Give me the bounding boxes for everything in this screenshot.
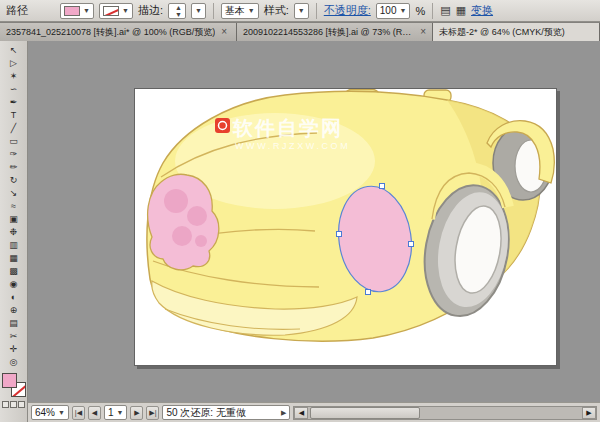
free-transform-tool[interactable]: ▣ <box>2 212 26 225</box>
scrollbar-track[interactable] <box>308 407 582 419</box>
tab-label: 2357841_025210078 [转换].ai* @ 100% (RGB/预… <box>6 26 215 39</box>
document-tab-bar: 2357841_025210078 [转换].ai* @ 100% (RGB/预… <box>0 22 600 41</box>
chevron-down-icon: ▼ <box>248 7 255 14</box>
scrollbar-thumb[interactable] <box>310 407 420 419</box>
gradient-mode-button[interactable] <box>10 401 17 408</box>
preferences-icon[interactable]: ▦ <box>456 4 466 17</box>
first-artboard-button[interactable]: |◀ <box>72 406 85 420</box>
headlight-shape <box>148 174 219 270</box>
fill-color-picker[interactable]: ▼ <box>60 3 94 19</box>
close-icon[interactable]: × <box>221 27 227 37</box>
graph-tool[interactable]: ▥ <box>2 238 26 251</box>
direct-selection-tool[interactable]: ▷ <box>2 56 26 69</box>
zoom-combo[interactable]: 64% ▼ <box>31 405 69 420</box>
fill-stroke-widget <box>2 373 26 397</box>
line-segment-tool[interactable]: ╱ <box>2 121 26 134</box>
headlight-spot <box>172 226 192 246</box>
chevron-down-icon: ▼ <box>298 7 305 14</box>
chevron-down-icon: ▼ <box>122 7 129 14</box>
fill-swatch <box>64 6 80 16</box>
document-setup-icon[interactable]: ▤ <box>440 4 450 17</box>
status-indicator[interactable]: 50 次还原: 无重做 ▶ <box>162 405 290 420</box>
artboard-number-combo[interactable]: 1 ▼ <box>104 405 128 420</box>
watermark-url: WWW.RJZXW.COM <box>235 141 350 151</box>
document-tab-1[interactable]: 2357841_025210078 [转换].ai* @ 100% (RGB/预… <box>0 23 237 41</box>
headlight-spot <box>195 235 207 247</box>
opacity-link[interactable]: 不透明度: <box>324 3 371 18</box>
symbol-sprayer-tool[interactable]: ❉ <box>2 225 26 238</box>
brush-definition-combo[interactable]: 基本 ▼ <box>221 3 259 19</box>
next-artboard-button[interactable]: ▶ <box>130 406 143 420</box>
stroke-color-picker[interactable]: ▼ <box>99 3 133 19</box>
chevron-down-icon: ▼ <box>58 409 65 416</box>
live-paint-bucket-tool[interactable]: ⊕ <box>2 303 26 316</box>
pen-tool[interactable]: ✒ <box>2 95 26 108</box>
undo-status-text: 50 次还原: 无重做 <box>166 406 245 420</box>
anchor-point-right[interactable] <box>409 242 414 247</box>
none-mode-button[interactable] <box>18 401 25 408</box>
lasso-tool[interactable]: ∽ <box>2 82 26 95</box>
stroke-profile-combo[interactable]: ▼ <box>191 3 206 19</box>
live-paint-selection-tool[interactable]: ▤ <box>2 316 26 329</box>
gradient-tool[interactable]: ▩ <box>2 264 26 277</box>
style-combo[interactable]: ▼ <box>294 3 309 19</box>
pencil-tool[interactable]: ✏ <box>2 160 26 173</box>
anchor-point-top[interactable] <box>380 184 385 189</box>
hand-tool[interactable]: ✛ <box>2 342 26 355</box>
horizontal-scrollbar[interactable]: ◀ ▶ <box>293 406 597 420</box>
zoom-tool[interactable]: ◎ <box>2 355 26 368</box>
control-bar: 路径 ▼ ▼ 描边: ▲▼ ▼ 基本 ▼ 样式: ▼ 不透明度: 100 <box>0 0 600 22</box>
document-tab-active[interactable]: 未标题-2* @ 64% (CMYK/预览) <box>433 23 600 41</box>
type-tool[interactable]: T <box>2 108 26 121</box>
tab-label: 未标题-2* @ 64% (CMYK/预览) <box>439 26 565 39</box>
chevron-down-icon: ▼ <box>400 7 407 14</box>
slice-tool[interactable]: ✂ <box>2 329 26 342</box>
rotate-tool[interactable]: ↻ <box>2 173 26 186</box>
tab-label: 2009102214553286 [转换].ai @ 73% (RGB/预览) <box>243 26 414 39</box>
anchor-point-bottom[interactable] <box>366 290 371 295</box>
opacity-combo[interactable]: 100 ▼ <box>376 3 411 19</box>
selection-type-label: 路径 <box>6 3 28 18</box>
chevron-down-icon: ▼ <box>117 409 124 416</box>
rectangle-tool[interactable]: ▭ <box>2 134 26 147</box>
watermark: 软件自学网 WWW.RJZXW.COM <box>215 117 350 151</box>
prev-artboard-button[interactable]: ◀ <box>88 406 101 420</box>
style-label: 样式: <box>264 3 289 18</box>
warp-tool[interactable]: ≈ <box>2 199 26 212</box>
opacity-value: 100 <box>380 5 397 16</box>
chevron-right-icon: ▶ <box>281 409 286 416</box>
artboard-number: 1 <box>108 407 114 418</box>
blend-tool[interactable]: ◐ <box>2 290 26 303</box>
chevron-down-icon: ▼ <box>83 7 90 14</box>
headlight-spot <box>187 206 207 226</box>
last-artboard-button[interactable]: ▶| <box>146 406 159 420</box>
close-icon[interactable]: × <box>420 27 426 37</box>
document-tab-2[interactable]: 2009102214553286 [转换].ai @ 73% (RGB/预览) … <box>237 23 433 41</box>
fill-color-swatch[interactable] <box>2 373 17 388</box>
canvas-area[interactable]: 软件自学网 WWW.RJZXW.COM <box>28 41 600 402</box>
paintbrush-tool[interactable]: ✑ <box>2 147 26 160</box>
scroll-left-button[interactable]: ◀ <box>294 407 308 419</box>
paint-mode-buttons <box>2 401 25 408</box>
magic-wand-tool[interactable]: ✶ <box>2 69 26 82</box>
stroke-weight-combo[interactable]: ▲▼ <box>168 3 186 19</box>
divider <box>432 3 433 19</box>
artboard[interactable]: 软件自学网 WWW.RJZXW.COM <box>134 88 557 366</box>
eyedropper-tool[interactable]: ◉ <box>2 277 26 290</box>
color-mode-button[interactable] <box>2 401 9 408</box>
divider <box>213 3 214 19</box>
selection-tool[interactable]: ↖ <box>2 43 26 56</box>
status-bar: 64% ▼ |◀ ◀ 1 ▼ ▶ ▶| 50 次还原: 无重做 ▶ ◀ ▶ <box>28 402 600 422</box>
mesh-tool[interactable]: ▦ <box>2 251 26 264</box>
headlight-spot <box>164 189 188 213</box>
scroll-right-button[interactable]: ▶ <box>582 407 596 419</box>
scale-tool[interactable]: ↘ <box>2 186 26 199</box>
transform-link[interactable]: 变换 <box>471 3 493 18</box>
watermark-title: 软件自学网 <box>232 117 343 139</box>
anchor-point-left[interactable] <box>337 232 342 237</box>
watermark-logo <box>215 118 230 133</box>
car-artwork: 软件自学网 WWW.RJZXW.COM <box>135 89 558 367</box>
chevron-down-icon: ▼ <box>195 7 202 14</box>
divider <box>316 3 317 19</box>
zoom-value: 64% <box>35 407 55 418</box>
